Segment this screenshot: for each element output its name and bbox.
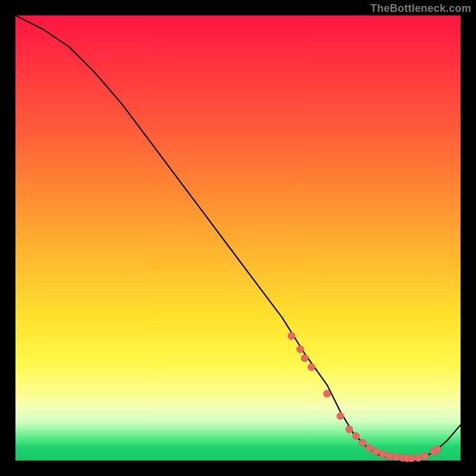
data-marker [346, 426, 353, 433]
data-marker [366, 444, 373, 452]
marker-group [288, 333, 441, 462]
data-marker [379, 451, 386, 458]
data-marker [408, 455, 415, 462]
data-marker [308, 364, 315, 371]
chart-svg [15, 15, 461, 461]
data-marker [359, 439, 366, 446]
data-marker [421, 453, 428, 460]
data-marker [372, 448, 380, 455]
data-marker [352, 433, 359, 440]
data-marker [393, 453, 400, 461]
bottleneck-curve [15, 15, 461, 459]
data-marker [288, 333, 295, 340]
data-marker [434, 446, 441, 453]
watermark-text: TheBottleneck.com [371, 2, 471, 15]
data-marker [301, 355, 308, 362]
plot-area [15, 15, 461, 461]
data-marker [386, 453, 393, 460]
data-marker [324, 390, 331, 397]
data-marker [297, 346, 304, 353]
data-marker [337, 412, 344, 419]
chart-frame: TheBottleneck.com [0, 0, 476, 476]
data-marker [415, 455, 422, 462]
